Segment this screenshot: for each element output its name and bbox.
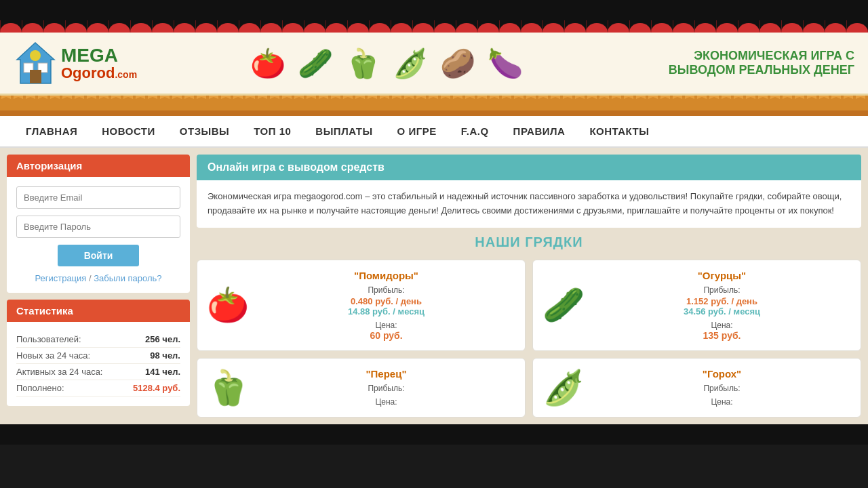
bed-card-cucumbers: 🥒 "Огурцы" Прибыль: 1.152 руб. / день 34…: [532, 260, 861, 351]
potato-icon: 🥔: [439, 45, 477, 82]
bed-card-tomatoes: 🍅 "Помидоры" Прибыль: 0.480 руб. / день …: [197, 260, 526, 351]
nav-item-rules[interactable]: ПРАВИЛА: [501, 116, 578, 146]
cucumber-price-label: Цена:: [593, 321, 851, 330]
header: MEGA Ogorod.com 🍅 🥒 🫑 🫛 🥔 🍆 ЭКОНОМИЧЕСКА…: [0, 33, 868, 96]
content-description: Экономическая игра megaogorod.com – это …: [197, 180, 861, 228]
stats-label-deposit: Пополнено:: [16, 383, 64, 393]
header-scallop: [0, 20, 868, 33]
logo-mega: MEGA: [61, 45, 137, 66]
cucumber-bed-icon: 🥒: [542, 285, 583, 325]
cucumber-bed-info: "Огурцы" Прибыль: 1.152 руб. / день 34.5…: [593, 270, 851, 341]
svg-rect-2: [0, 20, 868, 33]
email-field[interactable]: [16, 186, 180, 209]
stats-header: Статистика: [7, 300, 190, 322]
logo-house-icon: [14, 39, 58, 87]
pepper-icon: 🫑: [344, 45, 382, 82]
svg-rect-13: [0, 110, 868, 116]
pepper-bed-name: "Перец": [257, 368, 515, 380]
peas-icon: 🫛: [392, 45, 429, 82]
nav-item-payments[interactable]: ВЫПЛАТЫ: [303, 116, 384, 146]
logo-ogorod: Ogorod.com: [61, 66, 137, 81]
nav-item-about[interactable]: О ИГРЕ: [385, 116, 449, 146]
register-link[interactable]: Регистрация: [35, 273, 86, 283]
tomato-profit-label: Прибыль:: [257, 285, 515, 295]
pepper-price-label: Цена:: [257, 397, 515, 407]
stats-value-new: 98 чел.: [150, 350, 180, 361]
forgot-password-link[interactable]: Забыли пароль?: [94, 273, 161, 283]
nav-item-faq[interactable]: F.A.Q: [449, 116, 501, 146]
tomato-icon: 🍅: [250, 45, 287, 82]
stats-row-deposit: Пополнено: 5128.4 руб.: [16, 380, 180, 396]
auth-links: Регистрация / Забыли пароль?: [16, 273, 180, 283]
peas-bed-name: "Горох": [593, 368, 851, 380]
nav-item-top10[interactable]: ТОП 10: [241, 116, 303, 146]
login-button[interactable]: Войти: [58, 245, 139, 266]
tomato-profit-month: 14.88 руб. / месяц: [257, 306, 515, 317]
stats-label-users: Пользователей:: [16, 334, 81, 344]
cucumber-profit-day: 1.152 руб. / день: [593, 296, 851, 306]
nav-item-contacts[interactable]: КОНТАКТЫ: [577, 116, 661, 146]
tomato-bed-info: "Помидоры" Прибыль: 0.480 руб. / день 14…: [257, 270, 515, 341]
svg-rect-6: [30, 70, 41, 83]
stats-value-deposit: 5128.4 руб.: [133, 383, 180, 393]
logo: MEGA Ogorod.com: [14, 39, 149, 87]
stats-row-new: Новых за 24 часа: 98 чел.: [16, 348, 180, 364]
nav-item-news[interactable]: НОВОСТИ: [90, 116, 167, 146]
black-bar-bottom: [0, 424, 868, 445]
cucumber-price-value: 135 руб.: [593, 330, 851, 341]
peas-bed-icon: 🫛: [542, 368, 583, 407]
tomato-profit-day: 0.480 руб. / день: [257, 296, 515, 306]
cucumber-profit-label: Прибыль:: [593, 285, 851, 295]
stats-label-active: Активных за 24 часа:: [16, 367, 102, 377]
stats-value-users: 256 чел.: [145, 334, 180, 344]
black-bar-top: [0, 0, 868, 20]
beds-title: НАШИ ГРЯДКИ: [197, 235, 861, 250]
fence: [0, 96, 868, 116]
pepper-profit-label: Прибыль:: [257, 384, 515, 393]
auth-body: Войти Регистрация / Забыли пароль?: [7, 177, 190, 293]
auth-header: Авторизация: [7, 155, 190, 177]
tomato-price-value: 60 руб.: [257, 330, 515, 341]
sidebar: Авторизация Войти Регистрация / Забыли п…: [7, 155, 190, 418]
navigation: ГЛАВНАЯ НОВОСТИ ОТЗЫВЫ ТОП 10 ВЫПЛАТЫ О …: [0, 116, 868, 148]
eggplant-icon: 🍆: [487, 45, 524, 82]
vegetables-row: 🍅 🥒 🫑 🫛 🥔 🍆: [170, 45, 604, 82]
peas-profit-label: Прибыль:: [593, 384, 851, 393]
stats-section: Статистика Пользователей: 256 чел. Новых…: [7, 300, 190, 406]
tomato-bed-name: "Помидоры": [257, 270, 515, 281]
nav-item-home[interactable]: ГЛАВНАЯ: [14, 116, 90, 146]
cucumber-bed-name: "Огурцы": [593, 270, 851, 281]
pepper-bed-icon: 🫑: [207, 368, 248, 407]
content-area: Онлайн игра с выводом средств Экономичес…: [197, 155, 861, 418]
peas-bed-info: "Горох" Прибыль: Цена:: [593, 368, 851, 407]
auth-section: Авторизация Войти Регистрация / Забыли п…: [7, 155, 190, 293]
cucumber-profit-month: 34.56 руб. / месяц: [593, 306, 851, 317]
stats-table: Пользователей: 256 чел. Новых за 24 часа…: [16, 331, 180, 396]
main-content: Авторизация Войти Регистрация / Забыли п…: [0, 148, 868, 424]
site-tagline: ЭКОНОМИЧЕСКАЯ ИГРА С ВЫВОДОМ РЕАЛЬНЫХ ДЕ…: [624, 49, 854, 77]
scallop-decoration: [0, 20, 868, 33]
stats-body: Пользователей: 256 чел. Новых за 24 часа…: [7, 322, 190, 406]
stats-value-active: 141 чел.: [145, 367, 180, 377]
peas-price-label: Цена:: [593, 397, 851, 407]
content-header: Онлайн игра с выводом средств: [197, 155, 861, 180]
beds-grid: 🍅 "Помидоры" Прибыль: 0.480 руб. / день …: [197, 260, 861, 418]
svg-point-7: [30, 50, 41, 61]
cucumber-icon: 🥒: [297, 45, 334, 82]
pepper-bed-info: "Перец" Прибыль: Цена:: [257, 368, 515, 407]
password-field[interactable]: [16, 216, 180, 238]
bed-card-peas: 🫛 "Горох" Прибыль: Цена:: [532, 358, 861, 418]
tomato-bed-icon: 🍅: [207, 285, 248, 325]
nav-item-reviews[interactable]: ОТЗЫВЫ: [167, 116, 241, 146]
stats-label-new: Новых за 24 часа:: [16, 350, 90, 361]
stats-row-users: Пользователей: 256 чел.: [16, 331, 180, 348]
stats-row-active: Активных за 24 часа: 141 чел.: [16, 364, 180, 380]
nav-list: ГЛАВНАЯ НОВОСТИ ОТЗЫВЫ ТОП 10 ВЫПЛАТЫ О …: [14, 116, 854, 146]
bed-card-pepper: 🫑 "Перец" Прибыль: Цена:: [197, 358, 526, 418]
tomato-price-label: Цена:: [257, 321, 515, 330]
